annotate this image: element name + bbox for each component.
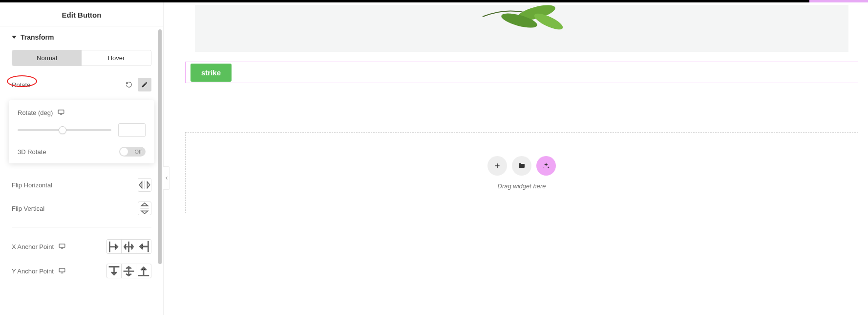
toggle-knob [120, 148, 128, 156]
section-label: Transform [21, 33, 54, 41]
three-d-rotate-toggle[interactable]: Off [119, 147, 146, 157]
hero-image[interactable] [195, 5, 848, 52]
tab-hover[interactable]: Hover [82, 50, 151, 66]
x-anchor-buttons [106, 239, 151, 254]
desktop-icon[interactable] [58, 109, 64, 116]
svg-rect-0 [58, 110, 64, 113]
flip-horizontal-icon[interactable] [138, 178, 151, 192]
rotate-row: Rotate [0, 73, 163, 96]
desktop-icon[interactable] [59, 268, 65, 275]
rotate-deg-label: Rotate (deg) [18, 109, 53, 116]
folder-icon[interactable] [512, 156, 531, 176]
ai-sparkle-icon[interactable] [536, 156, 556, 176]
svg-rect-2 [59, 268, 65, 271]
leaf-graphic [463, 5, 580, 38]
rotate-slider-thumb[interactable] [59, 126, 66, 134]
svg-rect-1 [59, 244, 65, 247]
y-anchor-label: Y Anchor Point [12, 268, 54, 275]
reset-icon[interactable] [122, 78, 136, 91]
y-anchor-row: Y Anchor Point [0, 259, 163, 283]
section-transform-header[interactable]: Transform [0, 26, 163, 46]
x-anchor-label: X Anchor Point [12, 243, 54, 250]
top-bar-accent [809, 0, 868, 2]
x-anchor-row: X Anchor Point [0, 234, 163, 259]
divider [12, 227, 151, 227]
editor-canvas[interactable]: strike Drag widget here [164, 0, 868, 315]
editor-sidebar: Edit Button Transform Normal Hover Rotat… [0, 0, 164, 315]
rotate-label: Rotate [12, 81, 30, 89]
flip-vertical-icon[interactable] [138, 202, 151, 215]
sidebar-scrollbar[interactable] [158, 29, 162, 264]
flip-vertical-row: Flip Vertical [0, 197, 163, 220]
panel-title: Edit Button [0, 4, 163, 26]
toggle-state-label: Off [135, 149, 142, 155]
widget-dropzone[interactable]: Drag widget here [185, 132, 858, 213]
strike-button[interactable]: strike [191, 64, 232, 82]
state-tabs: Normal Hover [12, 50, 151, 66]
y-anchor-buttons [106, 264, 151, 278]
top-bar [0, 0, 868, 2]
x-anchor-center-icon[interactable] [122, 240, 136, 253]
tab-normal[interactable]: Normal [12, 50, 82, 66]
x-anchor-right-icon[interactable] [136, 240, 151, 253]
button-widget-row[interactable]: strike [185, 62, 858, 83]
desktop-icon[interactable] [59, 243, 65, 250]
add-widget-button[interactable] [487, 156, 507, 176]
x-anchor-left-icon[interactable] [107, 240, 122, 253]
rotate-slider[interactable] [18, 129, 111, 131]
rotate-popover: Rotate (deg) 3D Rotate Off [9, 100, 154, 163]
y-anchor-bottom-icon[interactable] [136, 264, 151, 278]
y-anchor-top-icon[interactable] [107, 264, 122, 278]
flip-vertical-label: Flip Vertical [12, 205, 44, 212]
y-anchor-center-icon[interactable] [122, 264, 136, 278]
dropzone-text: Drag widget here [498, 182, 546, 190]
rotate-value-input[interactable] [118, 123, 146, 137]
pencil-icon[interactable] [138, 78, 151, 91]
flip-horizontal-label: Flip Horizontal [12, 181, 52, 189]
three-d-rotate-label: 3D Rotate [18, 148, 46, 156]
caret-down-icon [12, 36, 17, 39]
flip-horizontal-row: Flip Horizontal [0, 173, 163, 197]
